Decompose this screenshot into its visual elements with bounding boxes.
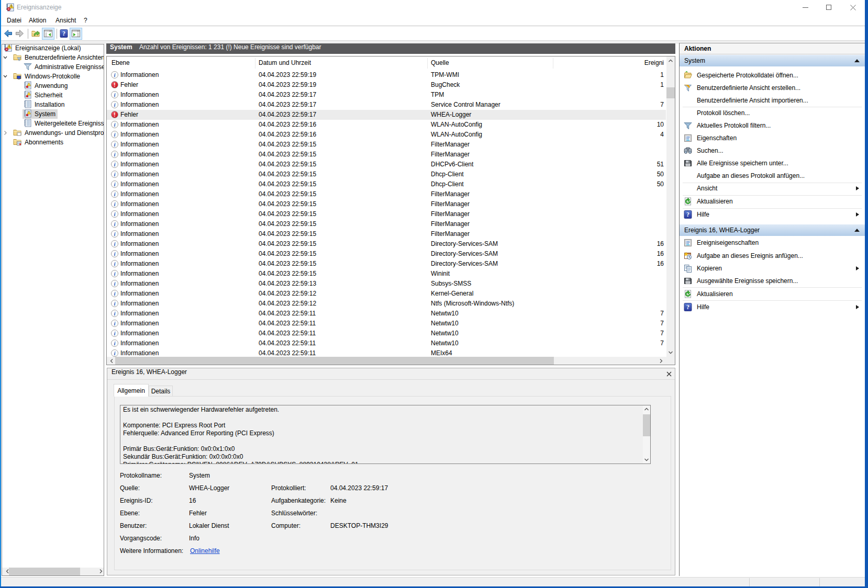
svg-text:?: ? bbox=[686, 211, 689, 218]
svg-text:?: ? bbox=[686, 303, 689, 311]
svg-text:?: ? bbox=[62, 30, 65, 37]
